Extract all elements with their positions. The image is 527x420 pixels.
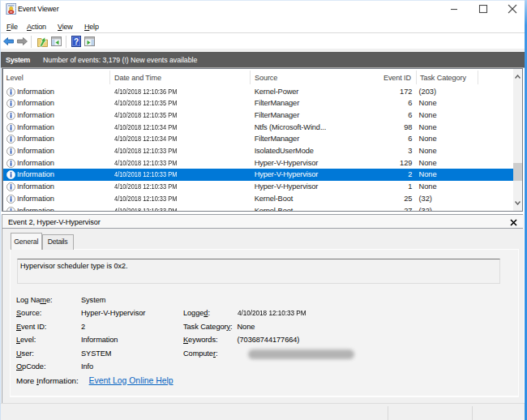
svg-text:?: ?: [74, 37, 79, 46]
